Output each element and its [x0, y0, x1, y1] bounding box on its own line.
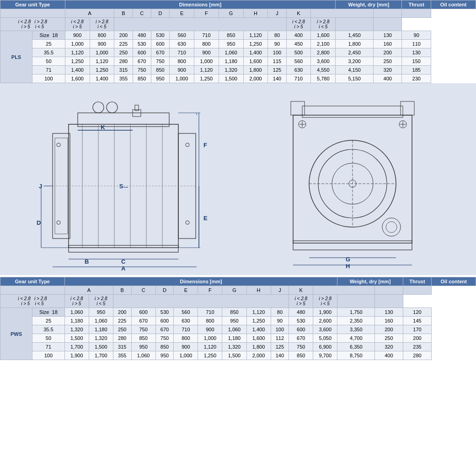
pws-g-sub: G — [222, 286, 246, 295]
weight-header: Weight, dry [mm] — [336, 0, 402, 9]
table-row: 71 1,400 1,250 315 750 850 900 1,120 1,3… — [0, 66, 476, 74]
diagram-left: K S J D F E B — [14, 88, 234, 270]
diagram-container: K S J D F E B — [5, 88, 471, 270]
svg-point-9 — [57, 221, 60, 224]
size-num: 25 — [32, 317, 65, 325]
table-row: 35.5 1,320 1,180 250 750 670 710 900 1,0… — [0, 325, 476, 334]
pws-a-sub: A — [64, 286, 113, 295]
j-sub: J — [268, 9, 286, 18]
svg-point-3 — [107, 102, 118, 113]
gear-unit-type-header: Gear unit Type — [0, 0, 65, 9]
pws-table: Gear unit Type Dimensions [mm] Weight, d… — [0, 277, 476, 360]
svg-point-60 — [386, 222, 397, 233]
pws-h-sub: H — [246, 286, 271, 295]
oil-header: Oil content — [431, 0, 476, 9]
size-num: 71 — [32, 343, 65, 351]
table-row: 25 1,180 1,060 225 670 600 630 800 950 1… — [0, 317, 476, 325]
diagram-section: K S J D F E B — [0, 83, 476, 275]
pws-thrust-empty — [337, 295, 375, 308]
empty-sub — [0, 9, 65, 18]
size-num: 71 — [32, 66, 65, 74]
diagram-right: G H — [243, 88, 463, 270]
pws-d-sub: D — [155, 286, 174, 295]
size-num: 50 — [32, 57, 65, 66]
svg-point-11 — [186, 143, 189, 147]
table-row: 35.5 1,120 1,000 250 600 670 710 900 1,0… — [0, 48, 476, 57]
k-sub: K — [286, 9, 311, 18]
f-sub: F — [194, 9, 219, 18]
empty-cols — [114, 18, 286, 31]
dimensions-header: Dimensions [mm] — [65, 0, 335, 9]
pws-c-sub: C — [131, 286, 155, 295]
pws-w2-label: i > 2.8i < 5 — [313, 295, 337, 308]
pws-gear-unit-type-header: Gear unit Type — [0, 277, 65, 286]
d-sub: D — [151, 9, 169, 18]
size-label: Size 18 — [32, 308, 65, 317]
empty-thrust-sub — [374, 9, 402, 18]
table-row: 25 1,000 900 225 530 600 630 800 950 1,2… — [0, 40, 476, 48]
pws-empty-sub2 — [313, 286, 375, 295]
right-diagram-svg: G H — [266, 88, 439, 270]
pws-j-sub: J — [271, 286, 289, 295]
size-num: 100 — [32, 74, 65, 83]
table-row: 71 1,700 1,500 315 950 850 900 1,120 1,3… — [0, 343, 476, 351]
h-sub: H — [243, 9, 268, 18]
pls-section: Gear unit Type Dimensions [mm] Weight, d… — [0, 0, 476, 83]
pws-section: Gear unit Type Dimensions [mm] Weight, d… — [0, 277, 476, 360]
size-num: 35.5 — [32, 48, 65, 57]
table-row: PWS Size 18 1,060 950 200 600 530 560 71… — [0, 308, 476, 317]
pws-b-sub: B — [113, 286, 131, 295]
pws-e-sub: E — [174, 286, 198, 295]
svg-point-2 — [93, 102, 104, 113]
c-sub: C — [133, 9, 151, 18]
pws-oil-header: Oil content — [432, 277, 476, 286]
svg-text:S: S — [119, 183, 123, 190]
table-row: PLS Size 18 900 800 200 480 530 560 710 … — [0, 31, 476, 40]
svg-point-12 — [186, 221, 189, 224]
pws-dimensions-header: Dimensions [mm] — [64, 277, 337, 286]
pws-f-sub: F — [198, 286, 222, 295]
pls-gear-type: PLS — [0, 31, 32, 83]
pws-oil-empty — [375, 295, 403, 308]
table-row: 50 1,250 1,120 280 670 750 800 1,000 1,1… — [0, 57, 476, 66]
w1-label: i < 2.8i > 5 — [286, 18, 311, 31]
pws-thrust-header: Thrust — [403, 277, 432, 286]
oil-empty — [374, 18, 402, 31]
pws-w1-label: i < 2.8i > 5 — [289, 295, 313, 308]
svg-rect-61 — [293, 241, 412, 250]
b-sub: B — [114, 9, 133, 18]
table-row: 50 1,500 1,320 280 850 750 800 1,000 1,1… — [0, 334, 476, 343]
empty-sub2 — [311, 9, 374, 18]
w2-label: i > 2.8i < 5 — [311, 18, 336, 31]
svg-rect-6 — [53, 133, 70, 239]
size-num: 35.5 — [32, 325, 65, 334]
svg-text:E: E — [203, 215, 208, 222]
left-diagram-svg: K S J D F E B — [27, 88, 219, 270]
a2-label: i > 2.8i < 5 — [90, 18, 114, 31]
pws-a2-label: i > 2.8i < 5 — [89, 295, 113, 308]
size-num: 50 — [32, 334, 65, 343]
svg-point-8 — [57, 143, 60, 147]
e-sub: E — [170, 9, 194, 18]
svg-rect-41 — [69, 245, 178, 252]
pws-a1-label: i < 2.8i > 5 — [64, 295, 89, 308]
size-num: 25 — [32, 40, 65, 48]
table-row: 100 1,600 1,400 355 850 950 1,000 1,250 … — [0, 74, 476, 83]
g-sub: G — [219, 9, 243, 18]
a-sub: A — [65, 9, 114, 18]
svg-text:D: D — [37, 219, 41, 226]
pws-weight-header: Weight, dry [mm] — [337, 277, 403, 286]
svg-text:K: K — [101, 124, 106, 131]
pws-empty-thrust-sub — [375, 286, 403, 295]
thrust-empty — [336, 18, 374, 31]
pls-table: Gear unit Type Dimensions [mm] Weight, d… — [0, 0, 476, 83]
pws-empty-sub — [0, 286, 65, 295]
pws-empty-cols — [113, 295, 289, 308]
pws-type-sub: i < 2.8 i > 2.8 i > 5 i < 5 — [0, 295, 65, 308]
pws-k-sub: K — [289, 286, 313, 295]
size-num: 100 — [32, 351, 65, 360]
svg-text:J: J — [39, 183, 42, 190]
thrust-header: Thrust — [402, 0, 431, 9]
pws-empty-oil-sub — [403, 286, 432, 295]
type-sub: i < 2.8 i > 2.8 i > 5 i < 5 — [0, 18, 65, 31]
